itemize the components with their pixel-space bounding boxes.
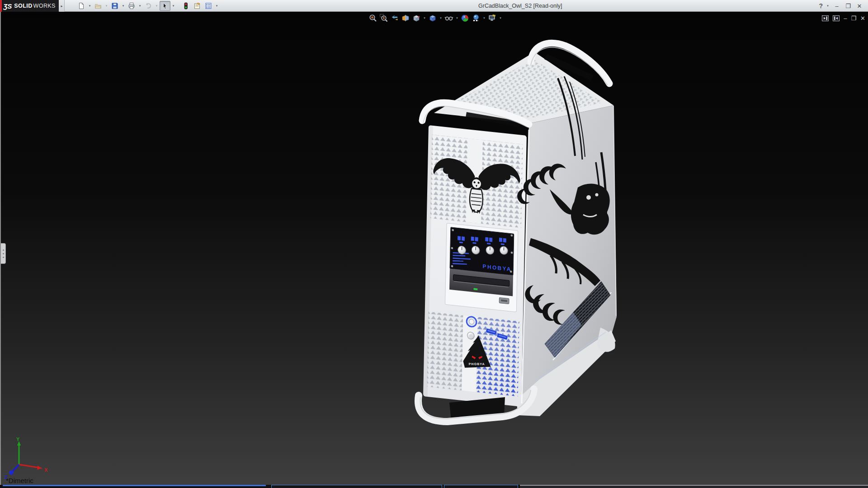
doc-restore-button[interactable]: ❐ <box>851 15 856 22</box>
apply-scene-dropdown[interactable]: ▾ <box>482 16 486 20</box>
show-left-pane-icon[interactable] <box>822 15 829 21</box>
new-document-dropdown[interactable]: ▾ <box>87 1 92 11</box>
menu-flyout-button[interactable]: ▸ <box>59 0 65 12</box>
brand-solid: SOLID <box>14 3 32 9</box>
orientation-triad[interactable]: Y X Z <box>3 436 57 482</box>
headsup-view-toolbar: ▾ ▾ ▾ <box>368 13 503 23</box>
edit-appearance-icon <box>461 14 470 23</box>
taskbar-button[interactable] <box>444 485 518 488</box>
graphics-viewport[interactable]: ▾ ▾ ▾ <box>0 12 868 488</box>
view-orientation-button[interactable] <box>411 13 421 23</box>
undo-dropdown[interactable]: ▾ <box>154 1 159 11</box>
x-axis-arrow <box>37 466 42 470</box>
doc-close-button[interactable]: ✕ <box>860 15 865 22</box>
taskbar-highlight[interactable] <box>3 485 266 486</box>
brand-mark: ƷS <box>3 2 12 10</box>
print-icon <box>128 2 135 9</box>
section-view-icon <box>401 14 410 23</box>
save-icon <box>111 2 118 9</box>
undo-icon <box>145 2 152 9</box>
view-orientation-icon <box>412 14 421 23</box>
open-document-button[interactable] <box>93 1 104 11</box>
traffic-light-icon <box>182 2 189 9</box>
collapse-arrow-icon: ◂ <box>2 249 4 251</box>
document-title: GrCadBlack_Owl_S2 [Read-only] <box>478 3 562 9</box>
brand-works: WORKS <box>33 3 56 9</box>
app-restore-button[interactable]: ❐ <box>844 3 852 9</box>
options-list-dropdown[interactable]: ▾ <box>214 1 219 11</box>
print-button[interactable] <box>126 1 137 11</box>
show-right-pane-icon[interactable] <box>833 15 840 21</box>
solidworks-logo: ƷS SOLID WORKS <box>0 0 59 12</box>
undo-button[interactable] <box>143 1 154 11</box>
apply-scene-icon <box>472 14 481 23</box>
zoom-to-area-button[interactable] <box>379 13 389 23</box>
zoom-to-area-icon <box>379 14 388 23</box>
display-style-icon <box>428 14 437 23</box>
select-button[interactable] <box>160 1 170 11</box>
open-document-dropdown[interactable]: ▾ <box>104 1 109 11</box>
view-orientation-label: *Dimetric <box>6 477 33 484</box>
pc-case-3d-model[interactable]: PHOBYA <box>399 38 634 441</box>
case-front-face[interactable]: PHOBYA <box>423 125 527 407</box>
view-settings-icon <box>488 14 497 23</box>
select-cursor-icon <box>161 2 169 9</box>
badge-brand-text: PHOBYA <box>469 362 485 366</box>
hide-show-items-dropdown[interactable]: ▾ <box>455 16 459 20</box>
main-toolbar: ▾ ▾ ▾ ▾ <box>76 1 219 11</box>
flyout-arrow-icon: ▸ <box>61 4 62 8</box>
collapse-arrow-icon: ◂ <box>2 256 4 258</box>
open-document-icon <box>94 2 102 9</box>
section-view-button[interactable] <box>401 13 410 23</box>
previous-view-icon <box>390 14 399 23</box>
apply-scene-button[interactable] <box>471 13 481 23</box>
y-axis-label: Y <box>16 436 20 442</box>
print-dropdown[interactable]: ▾ <box>137 1 142 11</box>
view-settings-button[interactable] <box>487 13 497 23</box>
front-lower-vent-mesh-left <box>427 312 463 390</box>
select-dropdown[interactable]: ▾ <box>171 1 176 11</box>
help-icon[interactable]: ? <box>819 2 823 9</box>
options-list-icon <box>205 2 212 9</box>
feature-manager-flyout-tab[interactable]: ◂ ◂ ◂ <box>1 243 6 264</box>
view-settings-dropdown[interactable]: ▾ <box>498 16 503 20</box>
display-style-dropdown[interactable]: ▾ <box>439 16 443 20</box>
taskbar-segment[interactable] <box>520 485 868 488</box>
view-orientation-dropdown[interactable]: ▾ <box>422 16 427 20</box>
edit-appearance-button[interactable] <box>460 13 470 23</box>
zoom-to-fit-icon <box>368 14 377 23</box>
hide-show-items-button[interactable] <box>444 13 454 23</box>
collapse-arrow-icon: ◂ <box>2 252 4 255</box>
document-window-controls: – ❐ ✕ <box>822 15 865 22</box>
previous-view-button[interactable] <box>390 13 400 23</box>
zoom-to-fit-button[interactable] <box>368 13 378 23</box>
doc-minimize-button[interactable]: – <box>844 15 847 22</box>
taskbar-button[interactable] <box>271 485 442 488</box>
new-document-icon <box>78 2 85 9</box>
traffic-light-button[interactable] <box>180 1 191 11</box>
x-axis-label: X <box>44 467 48 473</box>
hide-show-items-icon <box>444 14 453 23</box>
taskbar-sliver <box>0 485 868 488</box>
app-close-button[interactable]: ✕ <box>855 3 863 9</box>
titlebar-controls: ? ▾ – ❐ ✕ <box>819 0 863 12</box>
rebuild-notes-icon <box>193 2 201 9</box>
display-style-button[interactable] <box>428 13 438 23</box>
rebuild-notes-button[interactable] <box>192 1 203 11</box>
new-document-button[interactable] <box>76 1 87 11</box>
app-minimize-button[interactable]: – <box>833 3 841 9</box>
help-dropdown[interactable]: ▾ <box>826 1 830 11</box>
save-dropdown[interactable]: ▾ <box>121 1 126 11</box>
save-button[interactable] <box>109 1 120 11</box>
options-list-button[interactable] <box>203 1 214 11</box>
z-axis-cone <box>9 470 14 475</box>
titlebar: ƷS SOLID WORKS ▸ ▾ ▾ ▾ <box>0 0 868 12</box>
